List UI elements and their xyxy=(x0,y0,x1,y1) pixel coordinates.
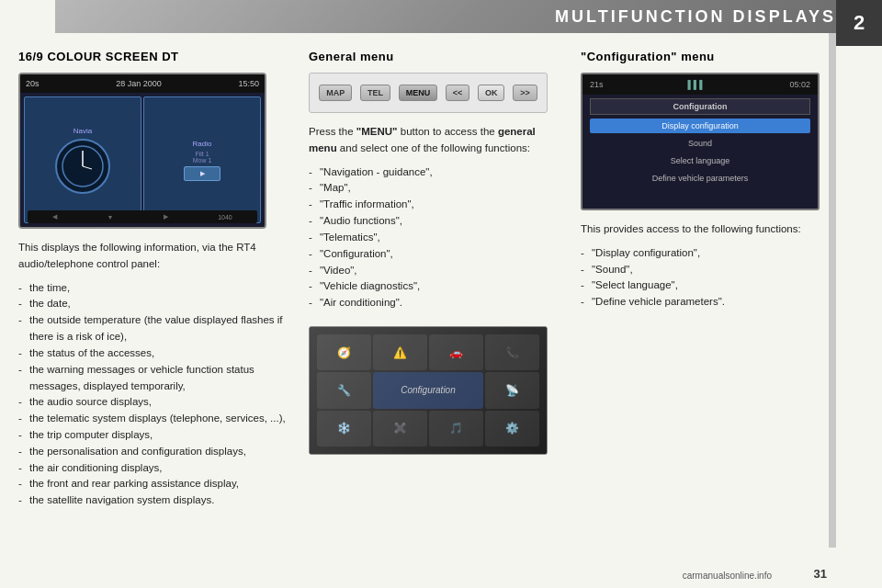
icon-cell-10: ⚙️ xyxy=(485,411,539,447)
screen-mow: Mow 1 xyxy=(193,157,212,164)
left-section-title: 16/9 COLOUR SCREEN DT xyxy=(18,50,294,63)
right-column: "Configuration" menu 21s ▌▌▌ 05:02 Confi… xyxy=(581,50,842,570)
list-item: the satellite navigation system displays… xyxy=(18,492,294,509)
page-title: MULTIFUNCTION DISPLAYS xyxy=(555,7,836,27)
clock-svg xyxy=(60,143,106,189)
list-item: "Traffic information", xyxy=(309,197,566,213)
icon-cell-5: 🔧 xyxy=(317,372,371,408)
screen-box-navia: Navia xyxy=(24,96,141,223)
screen-bottom-bar: ◀ ▼ ▶ 1040 xyxy=(28,210,257,223)
icon-cell-8: ✖️ xyxy=(373,411,427,447)
screen-inner: 20s 28 Jan 2000 15:50 Navia xyxy=(20,74,265,227)
right-bullet-list: "Display configuration", "Sound", "Selec… xyxy=(581,245,842,311)
list-item: "Navigation - guidance", xyxy=(309,164,566,181)
screen-topbar: 20s 28 Jan 2000 15:50 xyxy=(20,74,265,93)
list-item: the personalisation and configuration di… xyxy=(18,444,294,460)
screen-filt: Filt 1 xyxy=(195,151,209,157)
icon-cell-2: ⚠️ xyxy=(373,334,427,370)
icon-cell-4: 📞 xyxy=(485,334,539,370)
list-item: "Audio functions", xyxy=(309,213,566,230)
middle-bullet-list: "Navigation - guidance", "Map", "Traffic… xyxy=(309,164,566,311)
list-item: "Sound", xyxy=(581,262,842,278)
screen-content: Navia Radio Filt 1 Mow xyxy=(20,93,265,227)
icon-cell-9: 🎵 xyxy=(429,411,483,447)
ok-button[interactable]: OK xyxy=(478,85,505,101)
config-top-right: 05:02 xyxy=(789,80,810,89)
config-item-1: Sound xyxy=(590,136,810,151)
tel-button[interactable]: TEL xyxy=(360,85,390,101)
list-item: the status of the accesses, xyxy=(18,345,294,362)
list-item: the front and rear parking assistance di… xyxy=(18,476,294,492)
list-item: the air conditioning displays, xyxy=(18,460,294,477)
list-item: "Video", xyxy=(309,263,566,279)
config-center-cell: Configuration xyxy=(373,372,483,408)
middle-intro-text: Press the "MENU" button to access the ge… xyxy=(309,124,566,157)
list-item: "Telematics", xyxy=(309,230,566,246)
config-photo: 🧭 ⚠️ 🚗 📞 🔧 Configuration 📡 ❄️ ✖️ 🎵 ⚙️ xyxy=(309,326,548,455)
list-item: the audio source displays, xyxy=(18,394,294,411)
map-button[interactable]: MAP xyxy=(319,85,352,101)
left-column: 16/9 COLOUR SCREEN DT 20s 28 Jan 2000 15… xyxy=(18,50,294,570)
screen-time-left: 20s xyxy=(26,79,40,88)
icon-cell-3: 🚗 xyxy=(429,334,483,370)
svg-line-2 xyxy=(83,166,92,169)
screen-navia-label: Navia xyxy=(74,127,92,135)
config-item-2: Select language xyxy=(590,153,810,168)
list-item: the outside temperature (the value displ… xyxy=(18,312,294,345)
icon-cell-6: 📡 xyxy=(485,372,539,408)
list-item: "Vehicle diagnostics", xyxy=(309,278,566,295)
menu-bar-image: MAP TEL MENU << OK >> xyxy=(309,73,548,113)
list-item: the date, xyxy=(18,296,294,312)
screen-button: ▶ xyxy=(184,166,220,181)
list-item: "Display configuration", xyxy=(581,245,842,262)
list-item: "Select language", xyxy=(581,277,842,294)
prev-button[interactable]: << xyxy=(446,85,470,101)
car-screen-image: 20s 28 Jan 2000 15:50 Navia xyxy=(18,73,266,229)
list-item: "Map", xyxy=(309,180,566,197)
chapter-tab: 2 xyxy=(836,0,882,46)
icon-cell-1: 🧭 xyxy=(317,334,371,370)
page-number: 31 xyxy=(814,567,827,581)
right-description: This provides access to the following fu… xyxy=(581,221,842,238)
middle-section-title: General menu xyxy=(309,50,566,63)
screen-radio-label: Radio xyxy=(193,140,212,148)
screen-clock-circle xyxy=(55,139,110,194)
config-signal: ▌▌▌ xyxy=(687,80,705,89)
screen-time-right: 15:50 xyxy=(238,79,259,88)
main-content: 16/9 COLOUR SCREEN DT 20s 28 Jan 2000 15… xyxy=(0,33,829,588)
list-item: "Air conditioning". xyxy=(309,295,566,311)
chapter-number: 2 xyxy=(854,11,865,35)
list-item: the telematic system displays (telephone… xyxy=(18,411,294,427)
website-label: carmanualsonline.info xyxy=(683,571,772,581)
list-item: the trip computer displays, xyxy=(18,427,294,444)
config-grid: 🧭 ⚠️ 🚗 📞 🔧 Configuration 📡 ❄️ ✖️ 🎵 ⚙️ xyxy=(310,327,547,454)
left-description: This displays the following information,… xyxy=(18,240,294,273)
next-button[interactable]: >> xyxy=(513,85,537,101)
screen-box-radio: Radio Filt 1 Mow 1 ▶ xyxy=(143,96,261,223)
list-item: "Define vehicle parameters". xyxy=(581,294,842,311)
config-screen-topbar: 21s ▌▌▌ 05:02 xyxy=(582,74,818,95)
config-center-label: Configuration xyxy=(401,385,455,395)
middle-column: General menu MAP TEL MENU << OK >> Press… xyxy=(309,50,566,570)
list-item: the time, xyxy=(18,280,294,297)
screen-date: 28 Jan 2000 xyxy=(116,79,162,88)
list-item: "Configuration", xyxy=(309,246,566,263)
config-screen-image: 21s ▌▌▌ 05:02 Configuration Display conf… xyxy=(581,73,820,210)
config-top-left: 21s xyxy=(590,80,604,89)
header-bar: MULTIFUNCTION DISPLAYS xyxy=(55,0,882,33)
icon-cell-7: ❄️ xyxy=(317,411,371,447)
menu-button[interactable]: MENU xyxy=(399,85,438,101)
right-section-title: "Configuration" menu xyxy=(581,50,842,63)
config-item-0: Display configuration xyxy=(590,119,810,133)
left-bullet-list: the time, the date, the outside temperat… xyxy=(18,280,294,509)
config-menu-title: Configuration xyxy=(590,98,810,115)
config-item-3: Define vehicle parameters xyxy=(590,171,810,186)
list-item: the warning messages or vehicle function… xyxy=(18,362,294,395)
